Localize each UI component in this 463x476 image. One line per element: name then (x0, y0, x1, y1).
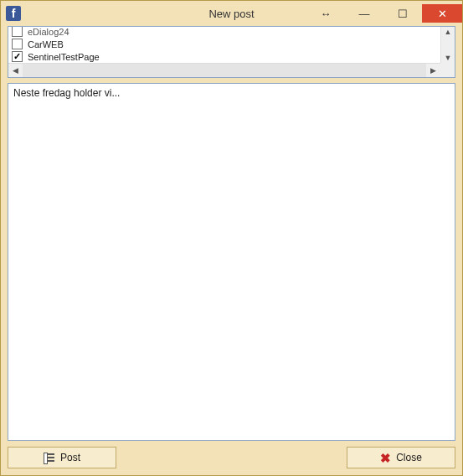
minimize-button[interactable]: — (345, 4, 383, 23)
content-area: eDialog24 CarWEB SentinelTestPage ▲ ▼ (1, 26, 462, 475)
vertical-scrollbar[interactable]: ▲ ▼ (440, 27, 455, 63)
close-button-label: Close (396, 452, 422, 463)
hscroll-row: ◀ ▶ (8, 63, 455, 77)
scroll-down-icon[interactable]: ▼ (445, 53, 452, 63)
checkbox-icon[interactable] (12, 51, 23, 62)
list-item[interactable]: SentinelTestPage (12, 50, 437, 63)
button-row: Post ✖ Close (8, 447, 455, 468)
horizontal-scrollbar[interactable]: ◀ ▶ (8, 63, 440, 77)
scroll-track[interactable] (23, 64, 426, 77)
post-button-label: Post (60, 452, 80, 463)
page-list: eDialog24 CarWEB SentinelTestPage ▲ ▼ (8, 27, 455, 63)
scroll-right-icon[interactable]: ▶ (426, 66, 440, 75)
list-item[interactable]: CarWEB (12, 38, 437, 50)
maximize-button[interactable]: ☐ (383, 4, 422, 23)
window-close-button[interactable]: ✕ (422, 4, 462, 23)
list-item-label: SentinelTestPage (28, 52, 100, 62)
post-textarea[interactable] (13, 87, 450, 437)
facebook-icon: f (6, 6, 21, 21)
list-item-label: eDialog24 (28, 27, 69, 37)
checkbox-icon[interactable] (12, 39, 23, 49)
compose-area (8, 83, 455, 441)
post-icon (44, 453, 55, 463)
close-icon: ✖ (380, 452, 391, 464)
post-button[interactable]: Post (8, 447, 116, 468)
close-button[interactable]: ✖ Close (347, 447, 455, 468)
scroll-up-icon[interactable]: ▲ (445, 27, 452, 37)
page-items: eDialog24 CarWEB SentinelTestPage (8, 27, 440, 63)
list-item-label: CarWEB (28, 39, 64, 49)
page-list-panel: eDialog24 CarWEB SentinelTestPage ▲ ▼ (8, 26, 455, 78)
window-frame: f New post ↔ — ☐ ✕ eDialog24 CarWEB (0, 0, 463, 476)
title-bar[interactable]: f New post ↔ — ☐ ✕ (1, 1, 462, 26)
list-item[interactable]: eDialog24 (12, 27, 437, 38)
scroll-left-icon[interactable]: ◀ (8, 66, 23, 75)
restore-move-button[interactable]: ↔ (306, 4, 345, 23)
checkbox-icon[interactable] (12, 27, 23, 37)
scroll-corner (440, 63, 455, 77)
window-controls: ↔ — ☐ ✕ (306, 4, 462, 23)
